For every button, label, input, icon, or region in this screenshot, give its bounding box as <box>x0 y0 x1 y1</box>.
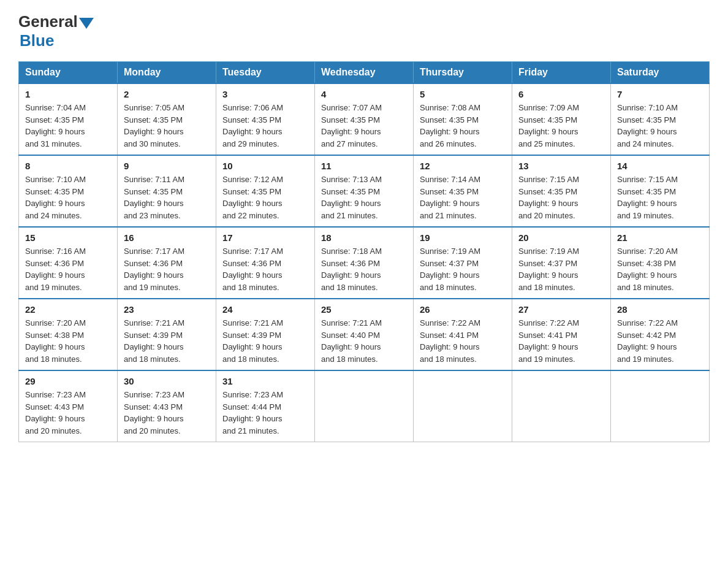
calendar-cell: 21Sunrise: 7:20 AMSunset: 4:38 PMDayligh… <box>611 227 710 299</box>
day-number: 20 <box>518 232 604 243</box>
day-info: Sunrise: 7:23 AMSunset: 4:43 PMDaylight:… <box>124 389 210 437</box>
day-number: 15 <box>25 232 111 243</box>
calendar-week-row: 1Sunrise: 7:04 AMSunset: 4:35 PMDaylight… <box>19 83 710 155</box>
day-number: 24 <box>222 304 308 315</box>
header: General Blue <box>18 12 710 50</box>
day-number: 28 <box>617 304 703 315</box>
day-info: Sunrise: 7:05 AMSunset: 4:35 PMDaylight:… <box>124 102 210 150</box>
day-info: Sunrise: 7:15 AMSunset: 4:35 PMDaylight:… <box>518 174 604 221</box>
calendar-cell <box>611 370 710 442</box>
day-info: Sunrise: 7:16 AMSunset: 4:36 PMDaylight:… <box>25 245 111 293</box>
calendar-cell: 9Sunrise: 7:11 AMSunset: 4:35 PMDaylight… <box>118 155 216 227</box>
weekday-header-thursday: Thursday <box>414 62 512 84</box>
calendar-cell: 23Sunrise: 7:21 AMSunset: 4:39 PMDayligh… <box>118 299 216 370</box>
calendar-cell: 28Sunrise: 7:22 AMSunset: 4:42 PMDayligh… <box>611 299 710 370</box>
day-number: 1 <box>25 89 111 99</box>
calendar-cell: 10Sunrise: 7:12 AMSunset: 4:35 PMDayligh… <box>216 155 315 227</box>
calendar-cell: 31Sunrise: 7:23 AMSunset: 4:44 PMDayligh… <box>216 370 315 442</box>
calendar-cell: 26Sunrise: 7:22 AMSunset: 4:41 PMDayligh… <box>414 299 512 370</box>
day-info: Sunrise: 7:20 AMSunset: 4:38 PMDaylight:… <box>25 317 111 365</box>
day-info: Sunrise: 7:14 AMSunset: 4:35 PMDaylight:… <box>420 174 506 221</box>
calendar-cell: 11Sunrise: 7:13 AMSunset: 4:35 PMDayligh… <box>315 155 414 227</box>
day-number: 16 <box>124 232 210 243</box>
day-number: 10 <box>222 161 308 171</box>
day-info: Sunrise: 7:04 AMSunset: 4:35 PMDaylight:… <box>25 102 111 150</box>
logo-general: General <box>18 12 78 31</box>
calendar-cell: 18Sunrise: 7:18 AMSunset: 4:36 PMDayligh… <box>315 227 414 299</box>
day-number: 19 <box>420 232 506 243</box>
calendar-cell: 6Sunrise: 7:09 AMSunset: 4:35 PMDaylight… <box>512 83 611 155</box>
calendar-body: 1Sunrise: 7:04 AMSunset: 4:35 PMDaylight… <box>19 83 710 442</box>
calendar-cell: 5Sunrise: 7:08 AMSunset: 4:35 PMDaylight… <box>414 83 512 155</box>
day-info: Sunrise: 7:23 AMSunset: 4:44 PMDaylight:… <box>222 389 308 437</box>
calendar-cell <box>315 370 414 442</box>
calendar-cell: 8Sunrise: 7:10 AMSunset: 4:35 PMDaylight… <box>19 155 118 227</box>
day-number: 5 <box>420 89 506 99</box>
day-info: Sunrise: 7:22 AMSunset: 4:42 PMDaylight:… <box>617 317 703 365</box>
calendar-cell: 3Sunrise: 7:06 AMSunset: 4:35 PMDaylight… <box>216 83 315 155</box>
day-number: 26 <box>420 304 506 315</box>
day-info: Sunrise: 7:10 AMSunset: 4:35 PMDaylight:… <box>25 174 111 221</box>
day-info: Sunrise: 7:08 AMSunset: 4:35 PMDaylight:… <box>420 102 506 150</box>
weekday-header-saturday: Saturday <box>611 62 710 84</box>
day-info: Sunrise: 7:13 AMSunset: 4:35 PMDaylight:… <box>321 174 407 221</box>
day-info: Sunrise: 7:23 AMSunset: 4:43 PMDaylight:… <box>25 389 111 437</box>
logo-triangle-icon <box>79 18 94 29</box>
day-info: Sunrise: 7:21 AMSunset: 4:39 PMDaylight:… <box>222 317 308 365</box>
day-number: 9 <box>124 161 210 171</box>
calendar-header: SundayMondayTuesdayWednesdayThursdayFrid… <box>19 62 710 84</box>
day-info: Sunrise: 7:18 AMSunset: 4:36 PMDaylight:… <box>321 245 407 293</box>
day-number: 2 <box>124 89 210 99</box>
day-number: 18 <box>321 232 407 243</box>
day-info: Sunrise: 7:10 AMSunset: 4:35 PMDaylight:… <box>617 102 703 150</box>
day-number: 12 <box>420 161 506 171</box>
weekday-header-friday: Friday <box>512 62 611 84</box>
day-number: 21 <box>617 232 703 243</box>
calendar-week-row: 15Sunrise: 7:16 AMSunset: 4:36 PMDayligh… <box>19 227 710 299</box>
weekday-header-sunday: Sunday <box>19 62 118 84</box>
calendar-cell <box>512 370 611 442</box>
calendar-week-row: 22Sunrise: 7:20 AMSunset: 4:38 PMDayligh… <box>19 299 710 370</box>
day-info: Sunrise: 7:09 AMSunset: 4:35 PMDaylight:… <box>518 102 604 150</box>
day-number: 29 <box>25 376 111 386</box>
weekday-header-tuesday: Tuesday <box>216 62 315 84</box>
calendar-cell: 29Sunrise: 7:23 AMSunset: 4:43 PMDayligh… <box>19 370 118 442</box>
calendar-week-row: 8Sunrise: 7:10 AMSunset: 4:35 PMDaylight… <box>19 155 710 227</box>
calendar-cell: 7Sunrise: 7:10 AMSunset: 4:35 PMDaylight… <box>611 83 710 155</box>
calendar-cell: 30Sunrise: 7:23 AMSunset: 4:43 PMDayligh… <box>118 370 216 442</box>
day-info: Sunrise: 7:11 AMSunset: 4:35 PMDaylight:… <box>124 174 210 221</box>
calendar-cell <box>414 370 512 442</box>
day-number: 3 <box>222 89 308 99</box>
day-info: Sunrise: 7:07 AMSunset: 4:35 PMDaylight:… <box>321 102 407 150</box>
logo: General Blue <box>18 12 95 50</box>
day-info: Sunrise: 7:12 AMSunset: 4:35 PMDaylight:… <box>222 174 308 221</box>
day-number: 22 <box>25 304 111 315</box>
calendar-cell: 4Sunrise: 7:07 AMSunset: 4:35 PMDaylight… <box>315 83 414 155</box>
day-number: 17 <box>222 232 308 243</box>
day-number: 6 <box>518 89 604 99</box>
logo-blue: Blue <box>20 31 54 50</box>
day-info: Sunrise: 7:21 AMSunset: 4:39 PMDaylight:… <box>124 317 210 365</box>
calendar-cell: 13Sunrise: 7:15 AMSunset: 4:35 PMDayligh… <box>512 155 611 227</box>
day-info: Sunrise: 7:17 AMSunset: 4:36 PMDaylight:… <box>222 245 308 293</box>
day-number: 7 <box>617 89 703 99</box>
calendar-cell: 12Sunrise: 7:14 AMSunset: 4:35 PMDayligh… <box>414 155 512 227</box>
day-number: 27 <box>518 304 604 315</box>
weekday-header-monday: Monday <box>118 62 216 84</box>
calendar-table: SundayMondayTuesdayWednesdayThursdayFrid… <box>18 61 710 442</box>
day-info: Sunrise: 7:22 AMSunset: 4:41 PMDaylight:… <box>518 317 604 365</box>
day-info: Sunrise: 7:20 AMSunset: 4:38 PMDaylight:… <box>617 245 703 293</box>
calendar-cell: 17Sunrise: 7:17 AMSunset: 4:36 PMDayligh… <box>216 227 315 299</box>
day-number: 13 <box>518 161 604 171</box>
day-info: Sunrise: 7:15 AMSunset: 4:35 PMDaylight:… <box>617 174 703 221</box>
calendar-cell: 20Sunrise: 7:19 AMSunset: 4:37 PMDayligh… <box>512 227 611 299</box>
day-info: Sunrise: 7:06 AMSunset: 4:35 PMDaylight:… <box>222 102 308 150</box>
day-info: Sunrise: 7:17 AMSunset: 4:36 PMDaylight:… <box>124 245 210 293</box>
calendar-week-row: 29Sunrise: 7:23 AMSunset: 4:43 PMDayligh… <box>19 370 710 442</box>
calendar-cell: 24Sunrise: 7:21 AMSunset: 4:39 PMDayligh… <box>216 299 315 370</box>
calendar-cell: 2Sunrise: 7:05 AMSunset: 4:35 PMDaylight… <box>118 83 216 155</box>
day-number: 4 <box>321 89 407 99</box>
day-number: 8 <box>25 161 111 171</box>
calendar-cell: 1Sunrise: 7:04 AMSunset: 4:35 PMDaylight… <box>19 83 118 155</box>
calendar-cell: 14Sunrise: 7:15 AMSunset: 4:35 PMDayligh… <box>611 155 710 227</box>
